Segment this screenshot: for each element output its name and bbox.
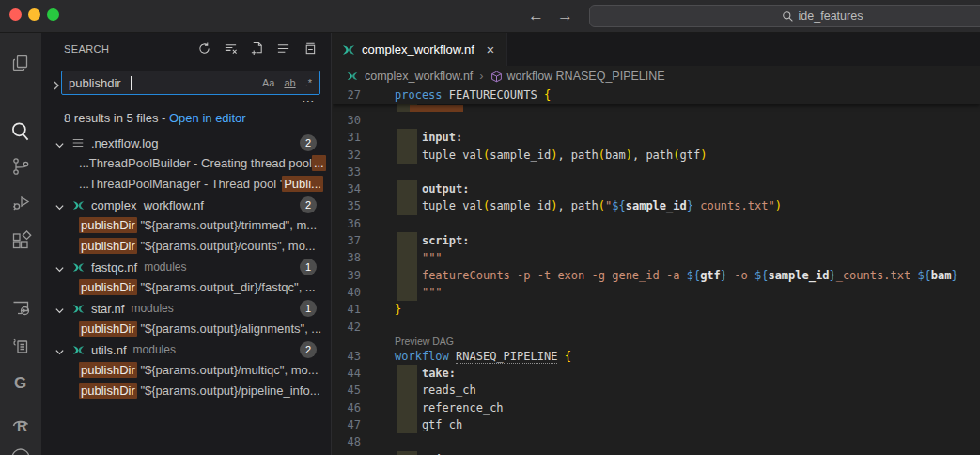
code-line-46[interactable]: 46 reference_ch <box>333 400 980 416</box>
line-number: 43 <box>333 348 395 365</box>
nextflow-icon <box>71 260 86 275</box>
line-number: 27 <box>333 86 395 103</box>
search-result-match-row[interactable]: publishDir "${params.output}/multiqc", m… <box>41 360 332 381</box>
code-line-42[interactable]: 42 <box>333 319 980 336</box>
code-line-34[interactable]: 34 output: <box>333 180 980 197</box>
collapse-all-icon[interactable] <box>302 40 318 56</box>
activity-explorer[interactable] <box>0 48 41 78</box>
search-result-match-row[interactable]: publishDir "${params.output}/alignments"… <box>41 319 332 339</box>
code-line-43[interactable]: 43workflow RNASEQ_PIPELINE { <box>333 348 980 365</box>
match-highlight: publishDir <box>79 217 137 233</box>
activity-extensions[interactable] <box>0 226 41 256</box>
command-center-search[interactable]: ide_features <box>589 5 980 27</box>
text-caret <box>131 76 132 90</box>
search-result-file-row[interactable]: star.nfmodules1 <box>41 298 332 319</box>
search-result-match-row[interactable]: publishDir "${params.output}/pipeline_in… <box>41 381 332 401</box>
code-line-30[interactable]: 30 <box>333 112 980 129</box>
code-line-40[interactable]: 40 """ <box>333 284 980 301</box>
search-result-match-row[interactable]: publishDir "${params.output_dir}/fastqc"… <box>41 277 332 298</box>
debug-icon <box>9 191 32 213</box>
code-line-47[interactable]: 47 gtf_ch <box>333 416 980 433</box>
activity-run-debug[interactable] <box>0 187 41 217</box>
search-result-match-row[interactable]: ...ThreadPoolBuilder - Creating thread p… <box>41 153 332 174</box>
log-file-icon <box>71 136 85 149</box>
match-highlight: publishDir <box>79 279 137 295</box>
file-folder: modules <box>133 343 176 356</box>
breadcrumb-symbol[interactable]: workflow RNASEQ_PIPELINE <box>507 70 665 83</box>
nextflow-icon <box>71 343 86 357</box>
code-text: reference_ch <box>395 400 504 416</box>
search-result-match-row[interactable]: publishDir "${params.output}/counts", mo… <box>41 236 332 257</box>
line-number: 33 <box>333 164 395 180</box>
match-case-toggle[interactable]: Aa <box>260 76 276 89</box>
line-number: 36 <box>333 215 395 232</box>
code-line-48[interactable]: 48 <box>333 433 980 450</box>
file-name: utils.nf <box>91 343 127 357</box>
code-line-49[interactable]: 49 main: <box>333 451 980 455</box>
code-line-38[interactable]: 38 """ <box>333 249 980 266</box>
sticky-scroll-line[interactable]: 27process FEATURECOUNTS { <box>333 86 980 104</box>
breadcrumb-separator: › <box>479 70 483 83</box>
search-result-file-row[interactable]: .nextflow.log2 <box>41 133 332 153</box>
search-match-highlight <box>410 105 463 112</box>
line-number: 44 <box>333 365 395 382</box>
code-line-27[interactable]: 27process FEATURECOUNTS { <box>333 86 980 103</box>
activity-search[interactable] <box>0 117 41 147</box>
whole-word-toggle[interactable]: ab <box>282 76 297 89</box>
nav-back-button[interactable]: ← <box>528 4 544 28</box>
view-as-list-icon[interactable] <box>275 40 291 56</box>
minimize-window-button[interactable] <box>28 8 40 21</box>
maximize-window-button[interactable] <box>47 8 59 21</box>
code-line-45[interactable]: 45 reads_ch <box>333 382 980 399</box>
close-window-button[interactable] <box>9 8 22 21</box>
match-count-badge: 1 <box>300 300 317 317</box>
svg-text:R: R <box>17 417 27 433</box>
more-actions-button[interactable]: ⋯ <box>302 95 316 106</box>
search-result-file-row[interactable]: complex_workflow.nf2 <box>41 195 332 215</box>
line-number: 49 <box>333 451 395 455</box>
line-number: 39 <box>333 267 395 284</box>
match-highlight: ... <box>312 155 326 171</box>
code-line-44[interactable]: 44 take: <box>333 365 980 382</box>
code-line-36[interactable]: 36 <box>333 215 980 232</box>
activity-references[interactable] <box>0 332 41 362</box>
regex-toggle[interactable]: .* <box>303 76 314 89</box>
line-number: 48 <box>333 433 395 450</box>
account-icon <box>9 445 32 455</box>
search-result-match-row[interactable]: publishDir "${params.output}/trimmed", m… <box>41 215 332 236</box>
refresh-icon[interactable] <box>196 40 212 56</box>
match-highlight: publishDir <box>79 321 137 337</box>
line-number: 32 <box>333 147 395 164</box>
breadcrumb-file[interactable]: complex_workflow.nf <box>365 70 473 83</box>
code-line-37[interactable]: 37 script: <box>333 232 980 249</box>
line-number: 41 <box>333 301 395 318</box>
search-result-match-row[interactable]: ...ThreadPoolManager - Thread pool 'Publ… <box>41 174 332 195</box>
clear-search-results-icon[interactable] <box>223 40 239 56</box>
codelens-preview-dag[interactable]: Preview DAG <box>333 336 980 348</box>
search-result-file-row[interactable]: fastqc.nfmodules1 <box>41 257 332 277</box>
activity-r-language[interactable]: R <box>0 409 41 439</box>
nav-forward-button[interactable]: → <box>557 4 573 28</box>
code-line-33[interactable]: 33 <box>333 164 980 180</box>
code-editor[interactable]: 27process FEATURECOUNTS { 3031 input:32 … <box>333 86 980 455</box>
search-input[interactable] <box>62 76 260 90</box>
tab-complex-workflow[interactable]: complex_workflow.nf × <box>333 33 507 66</box>
open-new-search-editor-icon[interactable] <box>249 40 265 56</box>
code-line-32[interactable]: 32 tuple val(sample_id), path(bam), path… <box>333 147 980 164</box>
match-highlight: publishDir <box>79 383 137 399</box>
tab-close-icon[interactable]: × <box>482 41 499 58</box>
code-text: } <box>395 301 401 318</box>
activity-remote-explorer[interactable] <box>0 292 41 322</box>
window-controls <box>9 8 59 21</box>
code-line-41[interactable]: 41} <box>333 301 980 318</box>
search-result-file-row[interactable]: utils.nfmodules2 <box>41 339 332 360</box>
code-line-39[interactable]: 39 featureCounts -p -t exon -g gene_id -… <box>333 267 980 284</box>
activity-gitlens[interactable]: G <box>0 368 41 398</box>
open-in-editor-link[interactable]: Open in editor <box>169 111 246 125</box>
activity-account[interactable] <box>0 445 41 455</box>
code-line-31[interactable]: 31 input: <box>333 129 980 146</box>
code-line-35[interactable]: 35 tuple val(sample_id), path("${sample_… <box>333 197 980 214</box>
code-text: tuple val(sample_id), path(bam), path(gt… <box>395 147 707 164</box>
code-text: featureCounts -p -t exon -g gene_id -a $… <box>395 267 958 284</box>
activity-source-control[interactable] <box>0 151 41 181</box>
